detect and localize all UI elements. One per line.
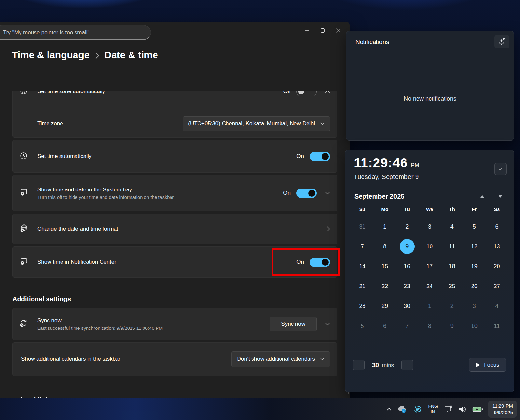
change-format-label: Change the date and time format [37,226,318,232]
calendar-day[interactable]: 5 [463,219,486,234]
time-zone-dropdown[interactable]: (UTC+05:30) Chennai, Kolkata, Mumbai, Ne… [183,116,330,131]
minimize-button[interactable] [299,23,315,37]
calendar-day[interactable]: 18 [441,259,463,273]
calendar-day[interactable]: 30 [396,299,418,313]
volume-icon[interactable] [457,404,468,414]
calendar-day[interactable]: 6 [374,319,396,333]
calendar-day[interactable]: 4 [486,299,508,313]
system-tray-toggle[interactable] [296,189,317,198]
collapse-calendar-button[interactable] [494,163,507,175]
battery-icon[interactable] [471,404,484,414]
calendar-day[interactable]: 23 [396,279,418,293]
chevron-up-icon [386,408,392,411]
additional-calendars-dropdown[interactable]: Don't show additional calendars [231,351,330,367]
expand-chevron-icon[interactable] [325,191,330,195]
calendar-day[interactable]: 13 [486,239,508,254]
triangle-up-icon [480,195,485,198]
settings-window: Time & language Date & time Set time zon… [0,22,350,398]
calendar-month-label: September 2025 [354,193,480,200]
calendar-day[interactable]: 6 [486,219,508,234]
cast-display-icon[interactable] [443,404,454,415]
sync-clock-icon [19,319,28,329]
calendar-day[interactable]: 29 [374,299,396,313]
card-system-tray: Show time and date in the System tray Tu… [12,175,337,211]
bell-snooze-icon [498,38,506,45]
game-bar-icon[interactable] [411,403,424,415]
language-line2: IN [428,409,438,415]
maximize-button[interactable] [315,23,330,37]
sync-now-button[interactable]: Sync now [270,317,317,331]
calendar-day[interactable]: 11 [486,319,508,333]
calendar-day[interactable]: 2 [396,219,418,234]
calendar-day[interactable]: 20 [486,259,508,273]
calendar-day[interactable]: 1 [418,299,441,313]
play-icon [476,362,480,368]
expand-chevron-icon[interactable] [325,322,330,326]
calendar-day[interactable]: 3 [463,299,486,313]
calendar-day[interactable]: 28 [351,299,374,313]
calendar-day[interactable]: 2 [441,299,463,313]
calendar-day[interactable]: 14 [351,259,374,273]
onedrive-icon[interactable] [396,404,408,415]
set-time-auto-toggle[interactable] [310,152,330,161]
calendar-day[interactable]: 11 [441,239,463,254]
increase-minutes-button[interactable] [401,360,413,370]
settings-search-box[interactable] [0,25,151,40]
calendar-day[interactable]: 19 [463,259,486,273]
globe-clock-icon [19,224,28,234]
system-tray-label: Show time and date in the System tray [37,187,283,193]
calendar-day[interactable]: 16 [396,259,418,273]
collapse-chevron-icon[interactable] [325,91,330,93]
notification-center-toggle[interactable] [310,258,330,267]
row-change-format[interactable]: Change the date and time format [13,214,337,244]
row-additional-calendars: Show additional calendars in the taskbar… [13,343,337,376]
row-notification-center: Show time in Notification Center On [13,247,337,277]
taskbar-clock[interactable]: 11:29 PM 9/9/2025 [488,401,517,418]
calendar-prev-month-button[interactable] [480,195,485,198]
calendar-day[interactable]: 7 [351,239,374,254]
calendar-day[interactable]: 25 [441,279,463,293]
calendar-day[interactable]: 21 [351,279,374,293]
calendar-day[interactable]: 10 [463,319,486,333]
row-system-tray[interactable]: Show time and date in the System tray Tu… [13,175,337,211]
calendar-day[interactable]: 9 [441,319,463,333]
set-time-zone-auto-toggle[interactable] [296,91,317,96]
decrease-minutes-button[interactable] [353,360,365,370]
calendar-day[interactable]: 27 [486,279,508,293]
calendar-day[interactable]: 7 [396,319,418,333]
breadcrumb: Time & language Date & time [12,49,350,61]
tray-clock-icon [19,188,28,198]
calendar-day[interactable]: 3 [418,219,441,234]
calendar-day[interactable]: 26 [463,279,486,293]
day-header: We [418,204,441,214]
hidden-icons-button[interactable] [385,406,393,412]
calendar-day[interactable]: 4 [441,219,463,234]
breadcrumb-parent[interactable]: Time & language [12,49,90,61]
breadcrumb-current: Date & time [104,49,158,61]
notifications-panel: Notifications No new notifications [346,31,514,141]
calendar-day[interactable]: 15 [374,259,396,273]
calendar-day[interactable]: 1 [374,219,396,234]
row-set-time-zone-automatically: Set time zone automatically Off [13,91,337,110]
calendar-day[interactable]: 5 [351,319,374,333]
triangle-down-icon [498,195,503,198]
calendar-day[interactable]: 22 [374,279,396,293]
calendar-next-month-button[interactable] [498,195,503,198]
calendar-day-selected[interactable]: 9 [396,239,418,254]
calendar-day[interactable]: 10 [418,239,441,254]
breadcrumb-chevron-icon [95,52,99,59]
language-indicator[interactable]: ENG IN [428,404,438,415]
close-button[interactable] [330,23,346,37]
calendar-day[interactable]: 12 [463,239,486,254]
calendar-day[interactable]: 31 [351,219,374,234]
calendar-day[interactable]: 8 [374,239,396,254]
calendar-day[interactable]: 8 [418,319,441,333]
do-not-disturb-button[interactable] [494,35,509,48]
notifications-title: Notifications [355,38,389,45]
calendar-day[interactable]: 24 [418,279,441,293]
focus-button[interactable]: Focus [469,358,506,372]
notification-clock-icon [19,257,28,267]
calendar-day[interactable]: 17 [418,259,441,273]
search-input[interactable] [3,29,143,36]
notification-center-state: On [296,259,304,265]
